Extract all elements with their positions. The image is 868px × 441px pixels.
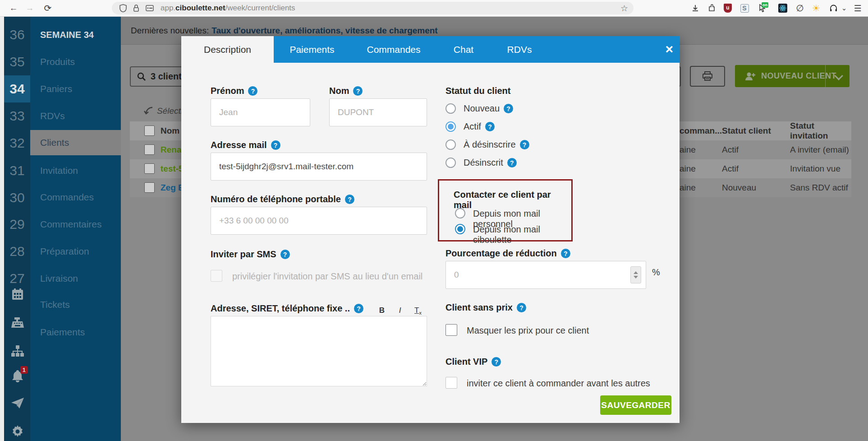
new-client-button[interactable]: NOUVEAU CLIENT [735, 65, 850, 87]
calendar-icon[interactable] [10, 287, 25, 302]
help-icon[interactable]: ? [485, 122, 495, 131]
nom-input[interactable] [329, 98, 427, 126]
statut-invitation-cell: A inviter (email) [790, 145, 849, 155]
vip-checkbox[interactable] [445, 377, 457, 389]
bell-icon[interactable]: 1 [10, 369, 25, 383]
bookmark-star-icon[interactable]: ☆ [620, 3, 628, 14]
help-icon[interactable]: ? [504, 104, 513, 113]
chevron-down-icon[interactable]: ⌄ [838, 2, 850, 14]
tab-rdvs[interactable]: RDVs [490, 36, 549, 63]
sidebar-item-rdvs[interactable]: RDVs [30, 104, 121, 128]
sidebar-item-tickets[interactable]: Tickets [30, 293, 121, 316]
extension-icon[interactable] [705, 2, 718, 14]
help-icon[interactable]: ? [354, 304, 363, 313]
gear-icon[interactable] [10, 424, 25, 439]
sidebar-item-semaine[interactable]: SEMAINE 34 [30, 23, 121, 46]
sidebar-item-commandes[interactable]: Commandes [30, 186, 121, 209]
column-statut-invitation[interactable]: Statut invitation [790, 121, 851, 141]
week-33[interactable]: 33 [4, 102, 30, 130]
week-36[interactable]: 36 [4, 21, 30, 48]
statut-invitation-cell: Sans RDV actif [790, 183, 848, 193]
email-input[interactable] [211, 153, 427, 181]
row-checkbox[interactable] [144, 144, 155, 155]
reload-icon[interactable]: ⟳ [41, 2, 54, 14]
close-icon[interactable]: × [665, 42, 673, 57]
pointer-on-icon[interactable]: on [756, 2, 768, 14]
shield-icon[interactable] [119, 4, 127, 12]
help-icon[interactable]: ? [491, 357, 501, 367]
select-all-checkbox[interactable] [144, 125, 155, 136]
window-edge [0, 17, 4, 441]
number-stepper[interactable] [630, 266, 641, 283]
send-icon[interactable] [10, 396, 25, 410]
menu-icon[interactable]: ☰ [851, 2, 864, 14]
sidebar-item-livraison[interactable]: Livraison [30, 267, 121, 290]
radio-mail-personnel[interactable] [455, 208, 465, 218]
tab-commandes[interactable]: Commandes [350, 36, 437, 63]
week-34[interactable]: 34 [4, 75, 30, 102]
week-30[interactable]: 30 [4, 184, 30, 211]
prenom-input[interactable] [211, 98, 310, 126]
container-icon[interactable] [146, 5, 154, 11]
download-icon[interactable] [689, 2, 702, 14]
radio-nouveau[interactable] [445, 103, 456, 114]
week-35[interactable]: 35 [4, 48, 30, 75]
devtools-icon[interactable] [776, 2, 789, 14]
week-29[interactable]: 29 [4, 211, 30, 238]
sidebar-item-commentaires[interactable]: Commentaires [30, 213, 121, 236]
sidebar-item-paniers[interactable]: Paniers [30, 77, 121, 101]
sun-icon[interactable]: ☀ [810, 2, 822, 14]
adresse-textarea[interactable] [211, 316, 427, 386]
blocker-icon[interactable]: ∅ [794, 2, 806, 14]
forward-icon[interactable]: → [23, 2, 36, 14]
column-statut-client[interactable]: Statut client [722, 126, 771, 136]
sidebar-item-invitation[interactable]: Invitation [30, 159, 121, 182]
statut-client-cell: Nouveau [722, 183, 756, 193]
radio-mail-ciboulette[interactable] [455, 224, 465, 234]
tab-chat[interactable]: Chat [437, 36, 490, 63]
cash-register-icon[interactable] [10, 316, 25, 330]
stylus-icon[interactable]: S [738, 2, 751, 14]
row-checkbox[interactable] [144, 163, 155, 174]
prenom-label: Prénom? [211, 86, 257, 96]
help-icon[interactable]: ? [561, 249, 570, 258]
radio-desinscrit[interactable] [445, 158, 456, 168]
help-icon[interactable]: ? [517, 303, 526, 312]
radio-actif[interactable] [445, 121, 456, 132]
help-icon[interactable]: ? [520, 140, 529, 149]
help-icon[interactable]: ? [248, 86, 257, 96]
sitemap-icon[interactable] [10, 344, 25, 358]
sms-checkbox[interactable] [211, 270, 222, 282]
row-checkbox[interactable] [144, 182, 155, 193]
print-button[interactable] [690, 66, 725, 87]
url-text: app.ciboulette.net/week/current/clients [161, 4, 295, 13]
sidebar-item-paiements[interactable]: Paiements [30, 320, 121, 344]
sans-prix-checkbox[interactable] [445, 324, 457, 336]
lock-icon[interactable] [133, 4, 139, 12]
week-28[interactable]: 28 [4, 238, 30, 265]
select-arrow-icon [143, 107, 153, 116]
phone-input[interactable] [211, 207, 427, 235]
help-icon[interactable]: ? [345, 195, 354, 204]
sidebar-item-produits[interactable]: Produits [30, 50, 121, 74]
week-31[interactable]: 31 [4, 157, 30, 184]
commande-cell: aine [680, 183, 696, 193]
help-icon[interactable]: ? [507, 158, 517, 167]
column-commande[interactable]: comman... [680, 126, 722, 136]
ublock-icon[interactable]: u [721, 2, 734, 14]
tab-paiements[interactable]: Paiements [274, 36, 350, 63]
nom-label: Nom? [329, 86, 363, 96]
help-icon[interactable]: ? [280, 250, 290, 259]
tab-description[interactable]: Description [181, 36, 274, 63]
week-32[interactable]: 32 [4, 130, 30, 157]
sidebar-item-preparation[interactable]: Préparation [30, 240, 121, 263]
save-button[interactable]: SAUVEGARDER [600, 395, 671, 415]
help-icon[interactable]: ? [271, 140, 280, 150]
sidebar-item-clients[interactable]: Clients [30, 130, 121, 155]
radio-a-desinscrire[interactable] [445, 139, 456, 150]
news-link[interactable]: Taux d'ouverture, améliorations, vitesse… [211, 26, 438, 36]
url-bar[interactable]: app.ciboulette.net/week/current/clients … [112, 2, 634, 14]
reduction-input[interactable] [445, 261, 646, 289]
help-icon[interactable]: ? [353, 86, 363, 96]
back-icon[interactable]: ← [7, 2, 20, 14]
